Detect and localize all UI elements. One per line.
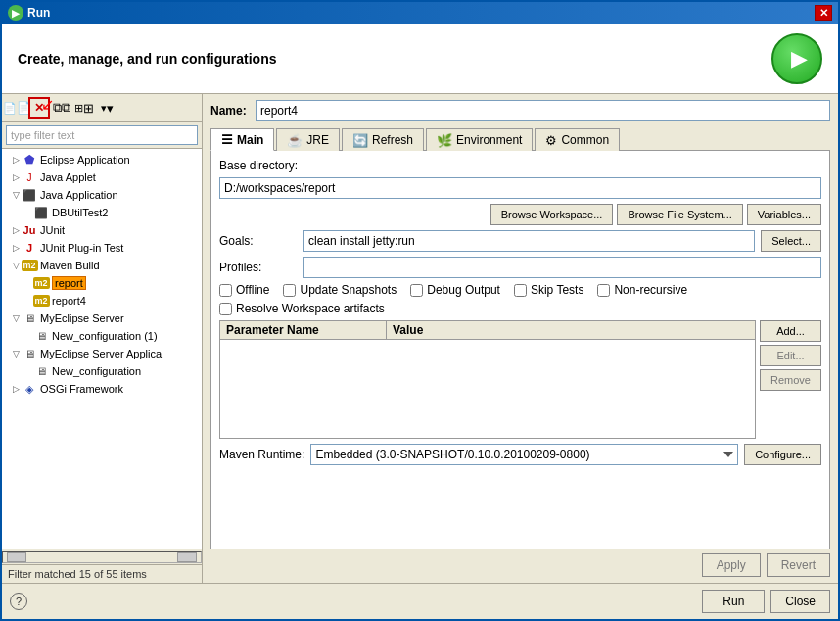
- tree-label-junit: JUnit: [40, 224, 65, 236]
- tree-item-new-config1[interactable]: 🖥 New_configuration (1): [2, 327, 202, 345]
- apply-button[interactable]: Apply: [702, 553, 761, 577]
- window-close-button[interactable]: ✕: [815, 5, 832, 21]
- offline-label: Offline: [236, 283, 269, 297]
- run-circle-button[interactable]: [771, 33, 822, 84]
- tab-environment[interactable]: 🌿 Environment: [426, 128, 533, 151]
- tab-refresh[interactable]: 🔄 Refresh: [342, 128, 424, 151]
- offline-checkbox[interactable]: Offline: [219, 283, 269, 297]
- copy-config-button[interactable]: ⧉: [51, 97, 72, 119]
- toggle-junit[interactable]: ▷: [10, 224, 22, 236]
- tab-main[interactable]: ☰ Main: [210, 128, 274, 151]
- params-header: Parameter Name Value: [220, 321, 755, 340]
- toggle-maven-build[interactable]: ▽: [10, 260, 22, 271]
- report4-icon: m2: [33, 293, 49, 309]
- apply-revert-row: Apply Revert: [210, 549, 830, 577]
- junit-icon: Ju: [22, 222, 37, 238]
- tree-item-java-applet[interactable]: ▷ J Java Applet: [2, 168, 202, 186]
- browse-workspace-button[interactable]: Browse Workspace...: [490, 204, 614, 225]
- run-button[interactable]: Run: [702, 590, 765, 613]
- tree-item-report4[interactable]: m2 report4: [2, 292, 202, 310]
- tree-item-myeclipse-applic[interactable]: ▽ 🖥 MyEclipse Server Applica: [2, 345, 202, 362]
- tree-label-new-config2: New_configuration: [52, 365, 141, 377]
- window-title: Run: [27, 6, 50, 20]
- close-button[interactable]: Close: [770, 590, 830, 613]
- toggle-osgi[interactable]: ▷: [10, 383, 22, 395]
- remove-button[interactable]: Remove: [760, 369, 821, 391]
- tree-item-new-config2[interactable]: 🖥 New_configuration: [2, 362, 202, 380]
- non-recursive-checkbox[interactable]: Non-recursive: [597, 283, 687, 297]
- main-tab-icon: ☰: [221, 132, 233, 147]
- tree-item-junit-plugin[interactable]: ▷ J JUnit Plug-in Test: [2, 239, 202, 257]
- goals-select-button[interactable]: Select...: [761, 230, 821, 252]
- tree-label-java-applet: Java Applet: [40, 171, 96, 183]
- new-config2-icon: 🖥: [33, 363, 49, 379]
- non-recursive-label: Non-recursive: [614, 283, 687, 297]
- configure-button[interactable]: Configure...: [744, 444, 821, 465]
- edit-button[interactable]: Edit...: [760, 345, 821, 366]
- offline-check[interactable]: [219, 284, 232, 297]
- base-dir-label: Base directory:: [219, 159, 298, 172]
- osgi-icon: ◈: [22, 381, 37, 397]
- tree-item-junit[interactable]: ▷ Ju JUnit: [2, 221, 202, 239]
- filter-button[interactable]: ⊞: [73, 97, 95, 119]
- tree-item-eclipse-application[interactable]: ▷ ⬟ Eclipse Application: [2, 151, 202, 168]
- new-config-button[interactable]: 📄: [6, 97, 27, 119]
- filter-input[interactable]: [6, 125, 198, 145]
- title-bar-left: ▶ Run: [8, 5, 50, 21]
- browse-file-button[interactable]: Browse File System...: [617, 204, 742, 225]
- window-header: Create, manage, and run configurations: [2, 24, 838, 94]
- debug-output-checkbox[interactable]: Debug Output: [410, 283, 500, 297]
- left-panel: 📄 ↙ ⧉ ⊞ ▾ ▷ ⬟: [2, 94, 203, 583]
- tree-item-dbutil[interactable]: ⬛ DBUtilTest2: [2, 204, 202, 221]
- side-buttons: Add... Edit... Remove: [760, 320, 821, 391]
- variables-button[interactable]: Variables...: [747, 204, 821, 225]
- tree-item-osgi[interactable]: ▷ ◈ OSGi Framework: [2, 380, 202, 398]
- maven-runtime-select[interactable]: Embedded (3.0-SNAPSHOT/0.10.0.20100209-0…: [310, 444, 738, 465]
- debug-output-label: Debug Output: [427, 283, 500, 297]
- resolve-workspace-checkbox[interactable]: Resolve Workspace artifacts: [219, 302, 385, 315]
- debug-output-check[interactable]: [410, 284, 423, 297]
- tree-label-report: report: [52, 276, 86, 290]
- common-tab-label: Common: [561, 133, 609, 147]
- add-button[interactable]: Add...: [760, 320, 821, 342]
- tab-common[interactable]: ⚙ Common: [535, 128, 620, 151]
- tree-area: ▷ ⬟ Eclipse Application ▷ J Java Applet …: [2, 149, 202, 549]
- tab-jre[interactable]: ☕ JRE: [276, 128, 340, 151]
- goals-input[interactable]: [303, 230, 755, 252]
- toggle-junit-plugin[interactable]: ▷: [10, 242, 22, 254]
- tree-item-java-application[interactable]: ▽ ⬛ Java Application: [2, 186, 202, 204]
- skip-tests-check[interactable]: [514, 284, 527, 297]
- toggle-myeclipse-server[interactable]: ▽: [10, 312, 22, 324]
- skip-tests-checkbox[interactable]: Skip Tests: [514, 283, 583, 297]
- tree-item-myeclipse-server[interactable]: ▽ 🖥 MyEclipse Server: [2, 310, 202, 327]
- params-table: Parameter Name Value: [219, 320, 756, 439]
- toggle-myeclipse-applic[interactable]: ▽: [10, 348, 22, 359]
- delete-config-button[interactable]: [28, 97, 50, 119]
- dropdown-button[interactable]: ▾: [96, 97, 117, 119]
- help-button[interactable]: ?: [10, 593, 27, 610]
- revert-button[interactable]: Revert: [767, 553, 830, 577]
- params-body: [220, 340, 755, 438]
- main-tab-label: Main: [237, 133, 263, 147]
- non-recursive-check[interactable]: [597, 284, 610, 297]
- name-input[interactable]: [256, 100, 830, 121]
- maven-build-icon: m2: [22, 258, 37, 273]
- resolve-workspace-check[interactable]: [219, 303, 232, 315]
- dbutil-icon: ⬛: [33, 205, 49, 220]
- toggle-eclipse-application[interactable]: ▷: [10, 154, 22, 166]
- resolve-workspace-label: Resolve Workspace artifacts: [236, 302, 385, 315]
- update-snapshots-checkbox[interactable]: Update Snapshots: [283, 283, 397, 297]
- tree-item-report[interactable]: m2 report: [2, 274, 202, 292]
- toggle-dbutil: [22, 207, 33, 218]
- toggle-java-applet[interactable]: ▷: [10, 171, 22, 183]
- profiles-input[interactable]: [303, 257, 821, 278]
- goals-label: Goals:: [219, 234, 298, 248]
- right-panel: Name: ☰ Main ☕ JRE 🔄 Refresh 🌿: [203, 94, 838, 583]
- update-snapshots-check[interactable]: [283, 284, 296, 297]
- tree-item-maven-build[interactable]: ▽ m2 Maven Build: [2, 257, 202, 274]
- report-icon: m2: [33, 275, 49, 291]
- toggle-java-application[interactable]: ▽: [10, 189, 22, 201]
- horizontal-scrollbar[interactable]: [2, 549, 202, 564]
- base-dir-input[interactable]: [219, 177, 821, 199]
- jre-tab-label: JRE: [306, 133, 329, 147]
